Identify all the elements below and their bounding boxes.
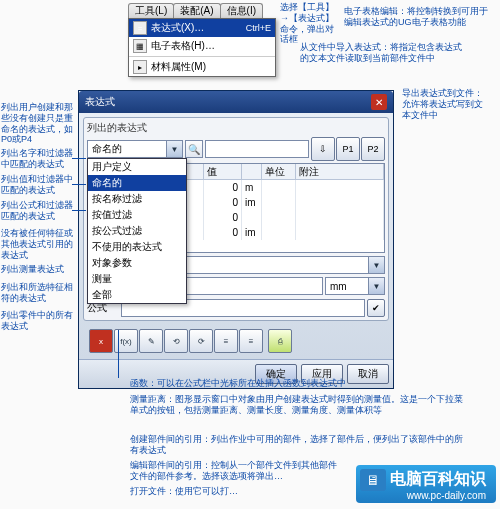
col-unit[interactable]: 单位 [262, 164, 296, 179]
anno-l8: 列出零件中的所有表达式 [1, 310, 73, 332]
import-from-file-button[interactable]: ⇩ [311, 137, 335, 161]
filter-item-objparam[interactable]: 对象参数 [88, 255, 186, 271]
anno-b5: 打开文件：使用它可以打… [130, 486, 280, 497]
anno-l2: 列出名字和过滤器中匹配的表达式 [1, 148, 73, 170]
dialog-title: 表达式 [85, 95, 115, 109]
material-icon: ▸ [133, 60, 147, 74]
sheet-icon: ▦ [133, 39, 147, 53]
anno-l5: 没有被任何特征或其他表达式引用的表达式 [1, 228, 73, 260]
menu-tab-tools[interactable]: 工具(L) [128, 3, 174, 19]
anno-l6: 列出测量表达式 [1, 264, 73, 275]
menu-item-spreadsheet[interactable]: ▦ 电子表格(H)… [129, 37, 275, 55]
col-note[interactable]: 附注 [296, 164, 384, 179]
filter-combo[interactable]: 命名的 ▼ [87, 140, 183, 158]
filter-item-byformula[interactable]: 按公式过滤 [88, 223, 186, 239]
leader-line [118, 330, 119, 378]
anno-top1: 选择【工具】→【表达式】命令，弹出对话框 [280, 2, 340, 45]
edit-interpart-button[interactable]: ⟳ [189, 329, 213, 353]
menu-item-material[interactable]: ▸ 材料属性(M) [129, 58, 275, 76]
anno-l4: 列出公式和过滤器匹配的表达式 [1, 200, 73, 222]
watermark: 🖥 电脑百科知识 www.pc-daily.com [356, 465, 496, 503]
toolbar: x f(x) ✎ ⟲ ⟳ ≡ ≡ ⎙ [83, 327, 389, 355]
expr-icon: = [133, 21, 147, 35]
menu-tab-info[interactable]: 信息(I) [220, 3, 263, 19]
leader-line [72, 210, 86, 211]
anno-l1: 列出用户创建和那些没有创建只是重命名的表达式，如P0或P4 [1, 102, 73, 145]
dialog-titlebar[interactable]: 表达式 ✕ [79, 91, 393, 113]
filter-item-byname[interactable]: 按名称过滤 [88, 191, 186, 207]
chevron-down-icon[interactable]: ▼ [368, 278, 384, 294]
monitor-icon: 🖥 [360, 469, 386, 491]
leader-line [72, 158, 86, 159]
anno-top-right: 导出表达式到文件：允许将表达式写到文本文件中 [402, 88, 490, 120]
chevron-down-icon[interactable]: ▼ [368, 257, 384, 273]
measure-distance-button[interactable]: ✎ [139, 329, 163, 353]
anno-b1: 函数：可以在公式栏中光标所在处插入函数到表达式中 [130, 378, 440, 389]
anno-b4: 编辑部件间的引用：控制从一个部件文件到其他部件文件的部件参考。选择该选项将弹出… [130, 460, 340, 482]
delete-button[interactable]: x [89, 329, 113, 353]
update-button[interactable]: ⎙ [268, 329, 292, 353]
menu-item-label: 表达式(X)… [151, 21, 204, 35]
filter-item-unused[interactable]: 不使用的表达式 [88, 239, 186, 255]
shortcut-label: Ctrl+E [246, 23, 271, 33]
search-icon[interactable]: 🔍 [185, 140, 203, 158]
search-input[interactable] [205, 140, 309, 158]
watermark-url: www.pc-daily.com [390, 490, 486, 501]
leader-line [72, 184, 86, 185]
filter-combo-list: 用户定义 命名的 按名称过滤 按值过滤 按公式过滤 不使用的表达式 对象参数 测… [87, 158, 187, 304]
filter-combo-value: 命名的 [88, 142, 166, 156]
unit-combo[interactable]: mm ▼ [325, 277, 385, 295]
menu-separator [129, 56, 275, 57]
export-to-file-button[interactable]: P1 [336, 137, 360, 161]
anno-l3: 列出值和过滤器中匹配的表达式 [1, 174, 73, 196]
anno-b2: 测量距离：图形显示窗口中对象由用户创建表达式时得到的测量值。这是一个下拉菜单式的… [130, 394, 470, 416]
chevron-down-icon[interactable]: ▼ [166, 141, 182, 157]
menu-item-expressions[interactable]: = 表达式(X)… Ctrl+E [129, 19, 275, 37]
anno-top2: 电子表格编辑：将控制转换到可用于编辑表达式的UG电子表格功能 [344, 6, 490, 28]
unit-value: mm [326, 281, 368, 292]
anno-top3: 从文件中导入表达式：将指定包含表达式的文本文件读取到当前部件文件中 [300, 42, 470, 64]
anno-b3: 创建部件间的引用：列出作业中可用的部件，选择了部件后，便列出了该部件中的所有表达… [130, 434, 470, 456]
filter-item-all[interactable]: 全部 [88, 287, 186, 303]
watermark-brand: 电脑百科知识 [390, 470, 486, 487]
export-button-2[interactable]: P2 [361, 137, 385, 161]
listed-label: 列出的表达式 [87, 121, 385, 135]
menu-item-label: 电子表格(H)… [151, 39, 215, 53]
close-icon[interactable]: ✕ [371, 94, 387, 110]
menu-tab-assemble[interactable]: 装配(A) [173, 3, 220, 19]
expressions-dialog: 表达式 ✕ 列出的表达式 命名的 ▼ 用户定义 命名的 按名称过滤 按值过滤 [78, 90, 394, 389]
tools-dropdown: = 表达式(X)… Ctrl+E ▦ 电子表格(H)… ▸ 材料属性(M) [128, 18, 276, 77]
open-file-button[interactable]: ≡ [214, 329, 238, 353]
filter-item-measure[interactable]: 测量 [88, 271, 186, 287]
col-value[interactable]: 值 [204, 164, 242, 179]
anno-l7: 列出和所选特征相符的表达式 [1, 282, 73, 304]
filter-item-named[interactable]: 命名的 [88, 175, 186, 191]
filter-item-userdef[interactable]: 用户定义 [88, 159, 186, 175]
menu-item-label: 材料属性(M) [151, 60, 206, 74]
check-icon[interactable]: ✔ [367, 299, 385, 317]
col-blank[interactable] [242, 164, 262, 179]
filter-item-byvalue[interactable]: 按值过滤 [88, 207, 186, 223]
toolbar-button-7[interactable]: ≡ [239, 329, 263, 353]
create-interpart-button[interactable]: ⟲ [164, 329, 188, 353]
